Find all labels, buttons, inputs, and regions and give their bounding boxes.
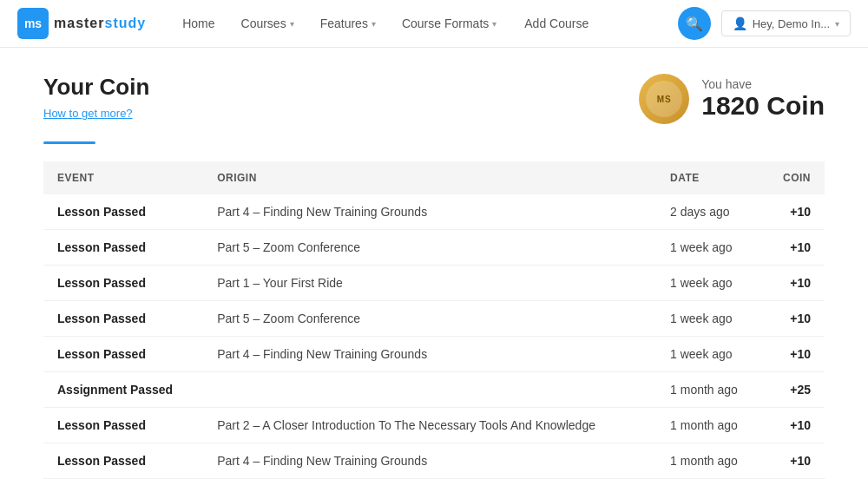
cell-origin: Part 4 – Finding New Training Grounds <box>203 194 656 230</box>
cell-event: Lesson Passed <box>43 266 203 301</box>
cell-coin: +25 <box>763 372 825 408</box>
cell-origin <box>203 372 656 408</box>
coin-avatar-inner: MS <box>646 81 682 117</box>
cell-date: 1 month ago <box>656 443 763 479</box>
coin-header: Your Coin How to get more? MS You have 1… <box>43 74 825 124</box>
cell-date: 1 month ago <box>656 408 763 443</box>
brand-name: masterstudy <box>54 16 146 31</box>
cell-date: 2 days ago <box>656 194 763 230</box>
table-body: Lesson Passed Part 4 – Finding New Train… <box>43 194 825 479</box>
cell-origin: Part 4 – Finding New Training Grounds <box>203 443 656 479</box>
cell-event: Lesson Passed <box>43 337 203 372</box>
nav-home[interactable]: Home <box>172 10 225 37</box>
coin-amount: 1820 Coin <box>701 91 825 121</box>
cell-date: 1 week ago <box>656 337 763 372</box>
cell-date: 1 week ago <box>656 301 763 337</box>
table-row: Lesson Passed Part 5 – Zoom Conference 1… <box>43 230 825 266</box>
nav-features[interactable]: Features ▾ <box>310 10 386 37</box>
cell-coin: +10 <box>763 443 825 479</box>
user-label: Hey, Demo In... <box>753 17 830 30</box>
nav-right: 🔍 👤 Hey, Demo In... ▾ <box>678 7 851 40</box>
main-content: Your Coin How to get more? MS You have 1… <box>0 48 868 479</box>
cell-date: 1 week ago <box>656 230 763 266</box>
col-event: EVENT <box>43 161 203 194</box>
col-coin: COIN <box>763 161 825 194</box>
table-row: Lesson Passed Part 5 – Zoom Conference 1… <box>43 301 825 337</box>
table-row: Lesson Passed Part 1 – Your First Ride 1… <box>43 266 825 301</box>
coin-count-text: You have 1820 Coin <box>701 77 825 121</box>
search-icon: 🔍 <box>686 16 703 32</box>
nav-courses[interactable]: Courses ▾ <box>231 10 305 37</box>
page-title: Your Coin <box>43 74 149 101</box>
cell-coin: +10 <box>763 266 825 301</box>
table-row: Assignment Passed 1 month ago +25 <box>43 372 825 408</box>
chevron-down-icon: ▾ <box>290 19 294 29</box>
cell-origin: Part 4 – Finding New Training Grounds <box>203 337 656 372</box>
search-button[interactable]: 🔍 <box>678 7 711 40</box>
chevron-down-icon: ▾ <box>492 19 496 29</box>
section-divider <box>43 141 95 144</box>
cell-event: Lesson Passed <box>43 408 203 443</box>
you-have-label: You have <box>701 77 825 91</box>
nav-add-course[interactable]: Add Course <box>512 10 601 37</box>
get-more-link[interactable]: How to get more? <box>43 107 133 120</box>
coin-balance: MS You have 1820 Coin <box>639 74 825 124</box>
cell-date: 1 week ago <box>656 266 763 301</box>
user-menu-button[interactable]: 👤 Hey, Demo In... ▾ <box>721 10 851 36</box>
col-origin: ORIGIN <box>203 161 656 194</box>
cell-date: 1 month ago <box>656 372 763 408</box>
user-icon: 👤 <box>733 16 747 30</box>
cell-event: Lesson Passed <box>43 443 203 479</box>
table-row: Lesson Passed Part 4 – Finding New Train… <box>43 194 825 230</box>
chevron-down-icon: ▾ <box>835 19 839 29</box>
table-row: Lesson Passed Part 4 – Finding New Train… <box>43 337 825 372</box>
col-date: DATE <box>656 161 763 194</box>
cell-event: Assignment Passed <box>43 372 203 408</box>
table-header: EVENT ORIGIN DATE COIN <box>43 161 825 194</box>
cell-coin: +10 <box>763 301 825 337</box>
cell-coin: +10 <box>763 408 825 443</box>
cell-coin: +10 <box>763 194 825 230</box>
cell-origin: Part 5 – Zoom Conference <box>203 230 656 266</box>
cell-coin: +10 <box>763 337 825 372</box>
coin-avatar: MS <box>639 74 689 124</box>
chevron-down-icon: ▾ <box>372 19 376 29</box>
cell-origin: Part 2 – A Closer Introduction To The Ne… <box>203 408 656 443</box>
brand: ms masterstudy <box>17 8 146 39</box>
brand-logo: ms <box>17 8 49 39</box>
cell-coin: +10 <box>763 230 825 266</box>
table-row: Lesson Passed Part 4 – Finding New Train… <box>43 443 825 479</box>
cell-origin: Part 5 – Zoom Conference <box>203 301 656 337</box>
table-row: Lesson Passed Part 2 – A Closer Introduc… <box>43 408 825 443</box>
coin-table: EVENT ORIGIN DATE COIN Lesson Passed Par… <box>43 161 825 479</box>
cell-event: Lesson Passed <box>43 230 203 266</box>
nav-links: Home Courses ▾ Features ▾ Course Formats… <box>172 10 678 37</box>
coin-title-section: Your Coin How to get more? <box>43 74 149 120</box>
cell-origin: Part 1 – Your First Ride <box>203 266 656 301</box>
cell-event: Lesson Passed <box>43 194 203 230</box>
navbar: ms masterstudy Home Courses ▾ Features ▾… <box>0 0 868 48</box>
cell-event: Lesson Passed <box>43 301 203 337</box>
nav-course-formats[interactable]: Course Formats ▾ <box>391 10 507 37</box>
